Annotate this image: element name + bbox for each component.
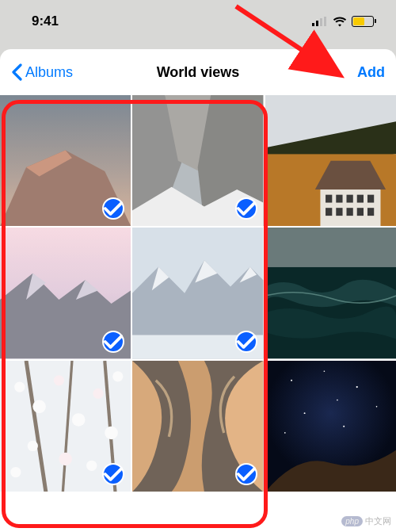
selected-checkmark-icon — [235, 463, 257, 485]
photo-thumbnail[interactable] — [265, 228, 396, 358]
status-icons — [312, 16, 374, 27]
svg-point-48 — [105, 426, 118, 439]
photo-thumbnail[interactable] — [0, 95, 131, 226]
wifi-icon — [333, 17, 347, 27]
svg-rect-1 — [316, 21, 318, 26]
selected-checkmark-icon — [102, 463, 124, 485]
svg-rect-17 — [326, 195, 332, 203]
svg-point-62 — [284, 432, 286, 434]
album-sheet: Albums World views Add — [0, 49, 396, 532]
status-bar: 9:41 — [0, 0, 396, 43]
svg-rect-0 — [312, 23, 314, 26]
svg-point-53 — [112, 371, 123, 381]
svg-point-59 — [375, 406, 377, 408]
svg-point-50 — [59, 452, 72, 465]
svg-point-58 — [356, 386, 357, 388]
svg-rect-37 — [265, 228, 396, 267]
chevron-left-icon — [11, 63, 22, 81]
photo-thumbnail[interactable] — [265, 95, 396, 226]
svg-rect-25 — [356, 208, 363, 216]
svg-point-43 — [14, 381, 25, 392]
svg-rect-23 — [336, 208, 342, 216]
photo-thumbnail[interactable] — [132, 228, 263, 358]
photo-thumbnail[interactable] — [132, 361, 263, 492]
navigation-bar: Albums World views Add — [0, 49, 396, 95]
svg-rect-3 — [324, 17, 326, 26]
photo-grid — [0, 95, 396, 492]
photo-thumbnail[interactable] — [0, 228, 131, 358]
svg-point-52 — [10, 467, 21, 477]
watermark-badge: php — [341, 516, 363, 526]
svg-point-61 — [337, 399, 338, 400]
back-label: Albums — [25, 64, 73, 81]
cellular-signal-icon — [312, 17, 328, 26]
svg-rect-20 — [356, 195, 363, 203]
svg-rect-26 — [367, 208, 374, 216]
svg-rect-2 — [320, 18, 322, 26]
svg-point-60 — [303, 412, 305, 414]
selected-checkmark-icon — [102, 197, 124, 220]
status-time: 9:41 — [32, 13, 59, 29]
svg-point-63 — [343, 425, 345, 427]
svg-point-57 — [323, 370, 325, 372]
selected-checkmark-icon — [102, 331, 124, 353]
photo-thumbnail[interactable] — [0, 361, 131, 492]
svg-point-56 — [291, 379, 292, 381]
svg-rect-24 — [346, 208, 352, 216]
battery-icon — [352, 16, 374, 27]
photo-thumbnail[interactable] — [265, 361, 396, 492]
svg-point-45 — [54, 375, 64, 385]
svg-point-46 — [72, 413, 86, 427]
page-title: World views — [157, 64, 240, 81]
svg-point-49 — [28, 441, 38, 451]
photo-thumbnail[interactable] — [132, 95, 263, 226]
selected-checkmark-icon — [235, 197, 257, 220]
svg-rect-22 — [326, 208, 332, 216]
svg-point-44 — [32, 400, 46, 413]
watermark: php 中文网 — [341, 515, 391, 527]
selected-checkmark-icon — [235, 331, 257, 353]
svg-rect-21 — [367, 195, 374, 203]
add-button[interactable]: Add — [357, 64, 385, 81]
watermark-text: 中文网 — [365, 515, 391, 527]
svg-point-51 — [86, 460, 97, 470]
svg-rect-19 — [346, 195, 352, 203]
back-button[interactable]: Albums — [11, 63, 73, 81]
svg-rect-18 — [336, 195, 342, 203]
svg-point-47 — [93, 388, 103, 398]
